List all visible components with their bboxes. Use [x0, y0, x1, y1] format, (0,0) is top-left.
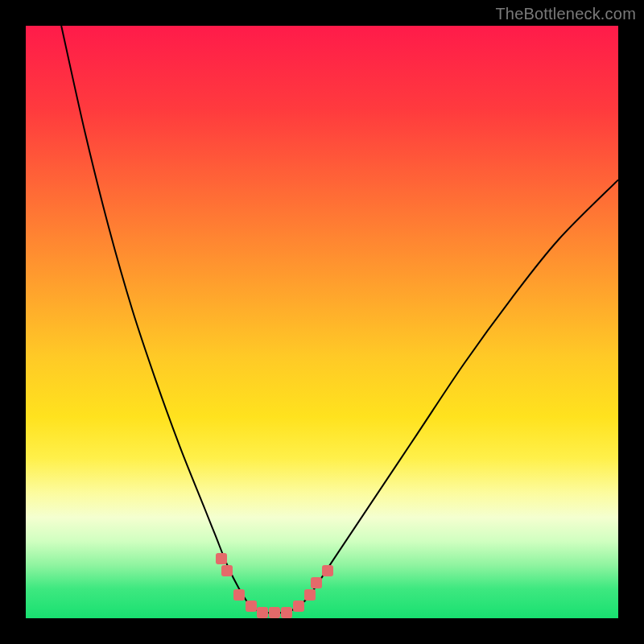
data-marker: [281, 607, 292, 618]
data-marker: [221, 565, 233, 576]
watermark-text: TheBottleneck.com: [495, 5, 636, 23]
curve-path: [61, 26, 618, 613]
data-marker: [233, 589, 245, 601]
data-marker: [257, 607, 268, 618]
data-marker: [304, 589, 316, 601]
data-marker: [311, 577, 322, 588]
bottleneck-curve: [26, 26, 618, 618]
data-marker: [246, 601, 257, 612]
data-marker: [322, 565, 333, 576]
chart-frame: TheBottleneck.com: [0, 0, 644, 644]
data-marker: [293, 601, 304, 612]
plot-area: [26, 26, 618, 618]
data-marker: [269, 607, 280, 618]
data-marker: [216, 553, 227, 564]
